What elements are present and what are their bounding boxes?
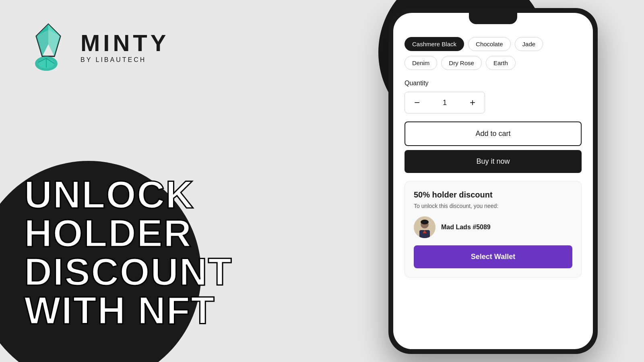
logo-subtitle: BY LIBAUTECH	[80, 56, 169, 64]
logo-text-group: MINTY BY LIBAUTECH	[80, 29, 169, 64]
phone-content: Cashmere Black Chocolate Jade Denim Dry …	[393, 27, 593, 349]
quantity-plus-button[interactable]: +	[460, 92, 485, 113]
quantity-minus-button[interactable]: −	[405, 92, 429, 113]
logo-title: MINTY	[80, 29, 169, 56]
color-options-row2: Denim Dry Rose Earth	[405, 56, 582, 70]
logo-icon	[24, 20, 72, 72]
headline-area: UNLOCK HOLDER DISCOUNT WITH NFT	[24, 175, 346, 330]
select-wallet-button[interactable]: Select Wallet	[414, 245, 572, 268]
phone-mockup: Cashmere Black Chocolate Jade Denim Dry …	[388, 8, 598, 354]
color-chip-earth[interactable]: Earth	[486, 56, 516, 70]
color-options-row1: Cashmere Black Chocolate Jade	[405, 37, 582, 51]
svg-point-12	[421, 220, 429, 224]
headline-line3: WITH NFT	[24, 291, 346, 330]
quantity-value: 1	[429, 99, 460, 107]
nft-avatar	[414, 216, 436, 238]
headline-line2: HOLDER DISCOUNT	[24, 214, 346, 291]
color-chip-denim[interactable]: Denim	[405, 56, 437, 70]
color-chip-chocolate[interactable]: Chocolate	[468, 37, 511, 51]
phone-notch	[469, 13, 517, 24]
headline-line1: UNLOCK	[24, 175, 346, 214]
logo-area: MINTY BY LIBAUTECH	[24, 20, 322, 72]
right-panel: Cashmere Black Chocolate Jade Denim Dry …	[342, 0, 644, 362]
left-panel: MINTY BY LIBAUTECH UNLOCK HOLDER DISCOUN…	[0, 0, 346, 362]
add-to-cart-button[interactable]: Add to cart	[405, 121, 582, 146]
color-chip-jade[interactable]: Jade	[515, 37, 543, 51]
discount-card: 50% holder discount To unlock this disco…	[405, 181, 582, 278]
quantity-label: Quantity	[405, 80, 582, 87]
discount-subtitle: To unlock this discount, you need:	[414, 203, 572, 209]
color-chip-cashmere-black[interactable]: Cashmere Black	[405, 37, 464, 51]
buy-now-button[interactable]: Buy it now	[405, 150, 582, 173]
color-chip-dry-rose[interactable]: Dry Rose	[441, 56, 482, 70]
phone-inner: Cashmere Black Chocolate Jade Denim Dry …	[393, 13, 593, 349]
quantity-control: − 1 +	[405, 92, 485, 113]
discount-title: 50% holder discount	[414, 190, 572, 200]
nft-name: Mad Lads #5089	[441, 224, 491, 231]
nft-item: Mad Lads #5089	[414, 216, 572, 238]
